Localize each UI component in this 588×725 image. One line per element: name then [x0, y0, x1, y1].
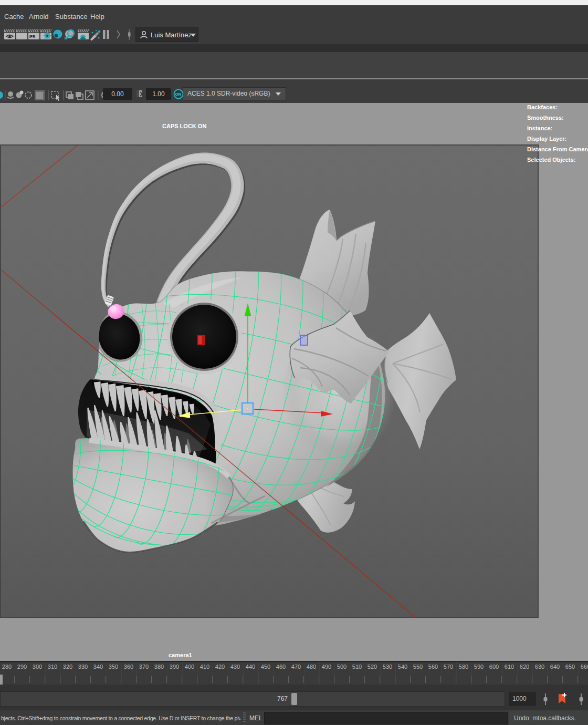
- svg-text:IPR: IPR: [29, 35, 35, 38]
- svg-text:ON: ON: [175, 92, 181, 97]
